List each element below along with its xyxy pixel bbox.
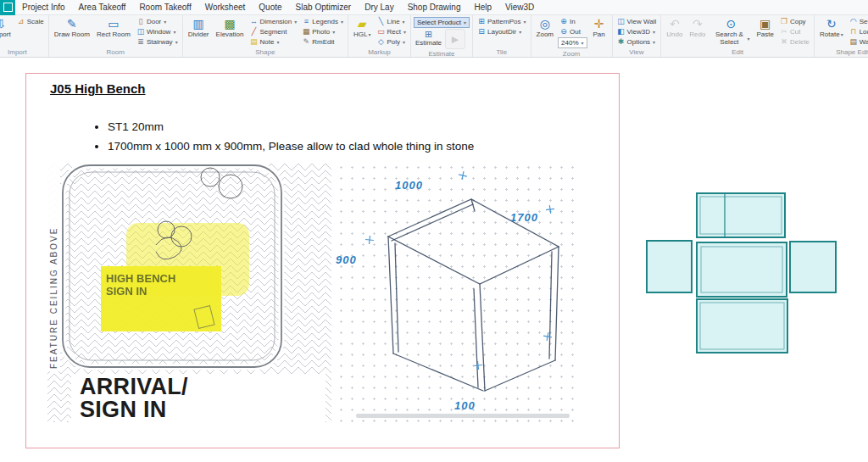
slab-piece-bottom[interactable] — [697, 299, 787, 353]
button-label: Line — [387, 18, 399, 25]
delete-button[interactable]: ✖Delete — [778, 36, 811, 47]
ribbon-group-shape: ▥Divider▩Elevation↔Dimension▾╱Segment▤No… — [183, 15, 348, 57]
import-icon: ⇩ — [0, 17, 6, 31]
240-combobox[interactable]: 240%▾ — [558, 37, 587, 48]
note-button[interactable]: ▤Note▾ — [248, 36, 298, 47]
stairway-button[interactable]: ≣Stairway▾ — [135, 36, 180, 47]
slab-piece-top[interactable] — [697, 193, 785, 237]
divider-button[interactable]: ▥Divider — [186, 16, 212, 47]
lock-button[interactable]: ⊓Lock — [848, 26, 868, 36]
button-label: Redo — [689, 31, 705, 38]
button-label: Window — [147, 28, 170, 36]
out-button[interactable]: ⊖Out — [558, 26, 587, 36]
rect-room-button[interactable]: ▭Rect Room — [94, 16, 133, 47]
group-label: Markup — [351, 47, 408, 57]
button-label: Rect Room — [97, 31, 131, 38]
dimension-icon: ↔ — [249, 16, 258, 26]
button-label: Cut — [790, 28, 800, 36]
view-wall-button[interactable]: ◫View Wall — [615, 16, 659, 26]
in-button[interactable]: ⊕In — [558, 16, 587, 26]
pan-button[interactable]: ✛Pan — [589, 16, 609, 49]
layoutdir-button[interactable]: ⊟LayoutDir▾ — [476, 26, 528, 36]
search-select-button[interactable]: ⊙Search & Select▾ — [709, 16, 752, 47]
photo-button[interactable]: ▦Photo▾ — [300, 26, 345, 36]
tab-room-takeoff[interactable]: Room Takeoff — [132, 0, 198, 15]
dimension-button[interactable]: ↔Dimension▾ — [248, 16, 298, 26]
poly-button[interactable]: ◇Poly▾ — [375, 36, 407, 47]
wall-button[interactable]: ▤Wall▾ — [848, 36, 868, 47]
elevation-button[interactable]: ▩Elevation — [214, 16, 247, 47]
button-label: Undo — [666, 31, 682, 38]
button-label: Stairway — [147, 38, 173, 46]
button-column: ⊿Scale — [15, 16, 46, 47]
dimension-label-base: 100 — [454, 399, 476, 412]
tab-shop-drawing[interactable]: Shop Drawing — [401, 0, 468, 15]
tab-view3d[interactable]: View3D — [498, 0, 541, 15]
segment-button[interactable]: ╱Segment — [248, 26, 298, 36]
import-button[interactable]: ⇩Import — [0, 16, 14, 47]
view3d-button[interactable]: ◧View3D▾ — [615, 26, 659, 36]
button-column: ╲Line▾▭Rect▾◇Poly▾ — [375, 16, 407, 47]
rect-icon: ▭ — [376, 26, 385, 36]
group-label: Zoom — [534, 49, 609, 58]
chevron-down-icon: ▾ — [164, 19, 166, 25]
button-label: Copy — [790, 18, 806, 25]
tab-quote[interactable]: Quote — [252, 0, 288, 15]
patternpos-button[interactable]: ⊞PatternPos▾ — [476, 16, 528, 26]
button-label: Draw Room — [54, 31, 90, 38]
button-label: In — [570, 18, 576, 25]
hbox: ⊞Estimate▶ — [414, 29, 470, 49]
zoom-button[interactable]: ◎Zoom — [534, 16, 556, 49]
undo-button[interactable]: ↶Undo — [664, 16, 685, 47]
tab-worksheet[interactable]: Worksheet — [198, 0, 253, 15]
tab-dry-lay[interactable]: Dry Lay — [358, 0, 400, 15]
rmedit-button[interactable]: ✎RmEdit — [300, 36, 345, 47]
slab-piece-left[interactable] — [647, 241, 692, 292]
cut-button[interactable]: ✂Cut — [778, 26, 811, 36]
spec-item: 1700mm x 1000 mm x 900mm, Please allow t… — [108, 139, 474, 153]
chevron-down-icon: ▾ — [653, 39, 655, 45]
slab-piece-right[interactable] — [790, 242, 836, 292]
play-button[interactable]: ▶ — [445, 29, 465, 49]
window-button[interactable]: ◫Window▾ — [135, 26, 180, 36]
button-column: ▯Door▾◫Window▾≣Stairway▾ — [135, 16, 180, 47]
slab-piece-center[interactable] — [697, 242, 787, 297]
button-label: Lock — [860, 28, 868, 36]
options-button[interactable]: ✱Options▾ — [615, 36, 659, 47]
paste-button[interactable]: ▣Paste — [754, 16, 776, 47]
button-label: Divider — [188, 31, 209, 38]
note-icon: ▤ — [249, 36, 258, 47]
redo-button[interactable]: ↷Redo — [687, 16, 708, 47]
legends-button[interactable]: ≡Legends▾ — [300, 16, 345, 26]
door-icon: ▯ — [136, 16, 145, 26]
button-label: Wall — [860, 38, 868, 46]
tab-help[interactable]: Help — [467, 0, 498, 15]
view-wall-icon: ◫ — [617, 16, 626, 26]
slab-layout[interactable] — [640, 186, 843, 360]
select-product-combobox[interactable]: Select Product▾ — [414, 17, 470, 28]
estimate-icon: ⊞ — [425, 29, 432, 39]
estimate-button[interactable]: ⊞Estimate — [414, 29, 443, 49]
draw-room-button[interactable]: ✎Draw Room — [52, 16, 92, 47]
copy-button[interactable]: ❐Copy — [778, 16, 811, 26]
door-button[interactable]: ▯Door▾ — [135, 16, 180, 26]
tab-area-takeoff[interactable]: Area Takeoff — [72, 0, 133, 15]
hgl-button[interactable]: ▰HGL▾ — [351, 16, 373, 47]
tab-slab-optimizer[interactable]: Slab Optimizer — [289, 0, 359, 15]
rect-button[interactable]: ▭Rect▾ — [375, 26, 407, 36]
scale-button[interactable]: ⊿Scale — [15, 16, 46, 26]
poly-icon: ◇ — [376, 36, 385, 47]
ribbon-group-tile: ⊞PatternPos▾⊟LayoutDir▾Tile — [473, 15, 531, 57]
set-arc-button[interactable]: ◠Set Arc▾ — [848, 16, 868, 26]
button-column: ◫View Wall◧View3D▾✱Options▾ — [615, 16, 659, 47]
app-logo-icon[interactable] — [0, 0, 15, 15]
group-label: Edit — [664, 47, 811, 57]
ribbon-group-zoom: ◎Zoom⊕In⊖Out240%▾✛PanZoom — [531, 15, 613, 57]
chevron-down-icon: ▾ — [581, 40, 584, 46]
drawing-canvas[interactable]: J05 High Bench ST1 20mm 1700mm x 1000 mm… — [0, 58, 868, 462]
wall-icon: ▤ — [849, 36, 858, 47]
rotate-button[interactable]: ↻Rotate▾ — [817, 16, 846, 47]
button-column: ↔Dimension▾╱Segment▤Note▾ — [248, 16, 298, 47]
tab-project-info[interactable]: Project Info — [15, 0, 72, 15]
line-button[interactable]: ╲Line▾ — [375, 16, 407, 26]
